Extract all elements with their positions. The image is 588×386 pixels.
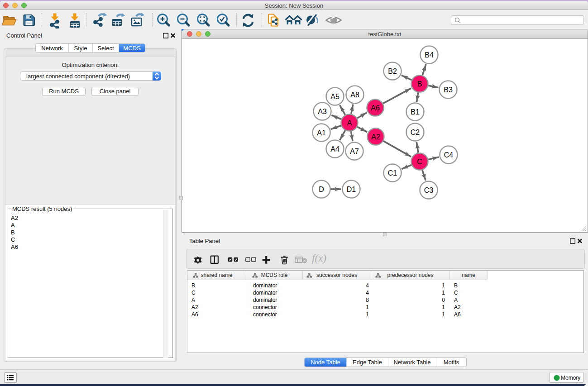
svg-text:A: A bbox=[347, 119, 352, 127]
svg-text:C: C bbox=[417, 158, 422, 166]
svg-text:A5: A5 bbox=[330, 93, 339, 100]
svg-text:B: B bbox=[417, 80, 422, 88]
svg-text:C1: C1 bbox=[388, 169, 397, 177]
svg-text:D: D bbox=[319, 186, 324, 193]
svg-text:B2: B2 bbox=[388, 67, 397, 75]
svg-text:A4: A4 bbox=[330, 145, 339, 153]
svg-text:C2: C2 bbox=[411, 129, 420, 136]
svg-text:B4: B4 bbox=[425, 51, 434, 59]
svg-text:A2: A2 bbox=[371, 133, 380, 141]
svg-text:A1: A1 bbox=[317, 129, 326, 137]
svg-text:A8: A8 bbox=[350, 91, 359, 99]
svg-text:A7: A7 bbox=[350, 148, 359, 155]
svg-text:C3: C3 bbox=[424, 186, 434, 194]
svg-text:A6: A6 bbox=[371, 104, 380, 112]
svg-text:B3: B3 bbox=[444, 86, 453, 94]
svg-text:B1: B1 bbox=[411, 108, 420, 116]
svg-text:C4: C4 bbox=[444, 151, 454, 159]
svg-text:D1: D1 bbox=[347, 186, 356, 193]
svg-text:A3: A3 bbox=[318, 108, 327, 115]
